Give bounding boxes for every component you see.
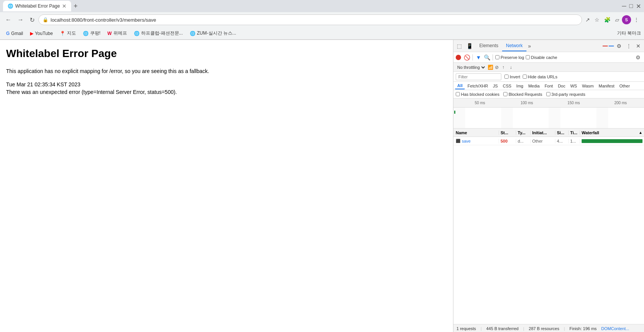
sort-icon[interactable]: ▲ xyxy=(639,130,642,135)
filter-tab-media[interactable]: Media xyxy=(526,83,542,89)
back-button[interactable]: ← xyxy=(3,15,14,25)
coupang-icon: 🌐 xyxy=(83,31,89,36)
devtools-settings-button[interactable]: ⚙ xyxy=(615,42,623,50)
wemakeprice-icon: W xyxy=(107,31,111,36)
filter-tab-doc[interactable]: Doc xyxy=(556,83,568,89)
filter-tab-js[interactable]: JS xyxy=(491,83,500,89)
bookmark-youtube[interactable]: ▶ YouTube xyxy=(27,30,56,37)
row-status: 500 xyxy=(499,139,516,143)
blocked-cookies-checkbox[interactable]: Has blocked cookies xyxy=(456,92,499,97)
bookmark-button[interactable]: ☆ xyxy=(593,15,601,24)
bookmark-maps-label: 지도 xyxy=(67,30,76,37)
header-initiator: Initiat... xyxy=(531,130,555,135)
avatar[interactable]: S xyxy=(622,15,631,24)
preserve-log-input[interactable] xyxy=(495,55,499,59)
record-button[interactable] xyxy=(455,54,462,61)
filter-tab-img[interactable]: Img xyxy=(514,83,525,89)
share-button[interactable]: ↗ xyxy=(584,15,592,24)
error-badge xyxy=(603,46,608,46)
filter-bar: Invert Hide data URLs xyxy=(453,72,644,82)
filter-tab-all[interactable]: All xyxy=(455,83,465,89)
bookmark-gmail[interactable]: G Gmail xyxy=(3,30,26,37)
bookmark-coupang-label: 쿠팡! xyxy=(90,30,100,37)
bookmark-maps[interactable]: 📍 지도 xyxy=(57,29,79,38)
filter-tab-other[interactable]: Other xyxy=(617,83,632,89)
devtools-more-button[interactable]: ⋮ xyxy=(624,42,633,50)
dom-content-link[interactable]: DOMContent... xyxy=(601,326,629,331)
filter-tab-ws[interactable]: WS xyxy=(568,83,579,89)
clear-button[interactable]: 🚫 xyxy=(463,54,470,61)
header-type: Ty... xyxy=(516,130,531,135)
maximize-button[interactable]: □ xyxy=(629,3,633,10)
row-waterfall xyxy=(580,139,644,143)
filter-tab-css[interactable]: CSS xyxy=(501,83,514,89)
throttle-select[interactable]: No throttling Fast 3G Slow 3G Offline xyxy=(456,65,486,70)
bookmark-halfclub[interactable]: 🌐 하프클럽-패션전문... xyxy=(131,29,186,38)
header-name: Name xyxy=(453,130,499,135)
minimize-button[interactable]: ─ xyxy=(622,3,626,10)
table-row[interactable]: ⬛ save 500 d... Other 4... 1... xyxy=(453,137,644,145)
filter-tab-fetch[interactable]: Fetch/XHR xyxy=(465,83,490,89)
filter-button[interactable]: ▼ xyxy=(475,54,482,61)
menu-button[interactable]: ⋮ xyxy=(632,15,641,24)
more-tabs-button[interactable]: » xyxy=(526,41,533,51)
hide-data-urls-checkbox[interactable]: Hide data URLs xyxy=(523,75,558,79)
preserve-log-checkbox[interactable]: Preserve log xyxy=(495,55,524,60)
error-title: Whitelabel Error Page xyxy=(6,48,447,60)
devtools-toolbar: ⬚ 📱 Elements Network » ⚙ ⋮ ✕ xyxy=(453,40,644,52)
header-waterfall: Waterfall ▲ xyxy=(580,130,644,135)
hide-data-urls-input[interactable] xyxy=(523,75,527,79)
error-row-icon: ⬛ xyxy=(456,139,460,143)
export-button[interactable]: ↓ xyxy=(508,64,514,71)
other-bookmarks[interactable]: 기타 북마크 xyxy=(617,30,641,37)
third-party-input[interactable] xyxy=(546,92,550,96)
filter-tab-wasm[interactable]: Wasm xyxy=(580,83,596,89)
security-icon: 🔒 xyxy=(43,17,48,22)
disable-cache-input[interactable] xyxy=(526,55,530,59)
maps-icon: 📍 xyxy=(60,31,65,36)
extensions-button[interactable]: 🧩 xyxy=(602,15,612,24)
filter-tab-font[interactable]: Font xyxy=(542,83,555,89)
close-window-button[interactable]: ✕ xyxy=(636,3,641,10)
import-button[interactable]: ↑ xyxy=(500,64,506,71)
checkbox-row: Has blocked cookies Blocked Requests 3rd… xyxy=(453,90,644,98)
invert-checkbox[interactable]: Invert xyxy=(504,75,520,79)
row-name[interactable]: ⬛ save xyxy=(453,139,499,143)
error-details: There was an unexpected error (type=Inte… xyxy=(6,89,447,95)
third-party-checkbox[interactable]: 3rd-party requests xyxy=(546,92,585,97)
filter-tab-manifest[interactable]: Manifest xyxy=(596,83,617,89)
row-name-text: save xyxy=(462,139,471,143)
new-tab-button[interactable]: + xyxy=(73,2,78,10)
device-toolbar-button[interactable]: 📱 xyxy=(464,42,475,50)
header-status: St... xyxy=(499,130,516,135)
settings-small-button[interactable]: ⚙ xyxy=(634,53,642,62)
sidebar-button[interactable]: ▱ xyxy=(613,15,621,24)
search-button[interactable]: 🔍 xyxy=(483,54,490,61)
disable-cache-checkbox[interactable]: Disable cache xyxy=(526,55,557,60)
url-bar[interactable]: 🔒 localhost:8080/front-controller/v3/mem… xyxy=(38,14,582,25)
filter-input[interactable] xyxy=(456,73,501,80)
forward-button[interactable]: → xyxy=(15,15,26,25)
blocked-cookies-input[interactable] xyxy=(456,92,460,96)
tab-network[interactable]: Network xyxy=(502,41,526,51)
invert-input[interactable] xyxy=(504,75,509,79)
toolbar-divider-2 xyxy=(493,54,493,60)
reload-button[interactable]: ↻ xyxy=(27,15,37,25)
blocked-requests-input[interactable] xyxy=(503,92,507,96)
tab-elements[interactable]: Elements xyxy=(475,41,502,51)
devtools-close-button[interactable]: ✕ xyxy=(634,42,642,50)
bookmark-wemakeprice[interactable]: W 위메프 xyxy=(104,29,130,38)
inspect-element-button[interactable]: ⬚ xyxy=(455,42,464,50)
tab-close-button[interactable]: ✕ xyxy=(62,3,67,9)
browser-tab[interactable]: 🌐 Whitelabel Error Page ✕ xyxy=(3,1,71,11)
blocked-requests-checkbox[interactable]: Blocked Requests xyxy=(503,92,542,97)
table-header: Name St... Ty... Initiat... Si... Ti... … xyxy=(453,129,644,137)
blocked-cookies-label: Has blocked cookies xyxy=(461,92,499,97)
bookmark-coupang[interactable]: 🌐 쿠팡! xyxy=(80,29,103,38)
third-party-label: 3rd-party requests xyxy=(552,92,585,97)
bookmark-youtube-label: YouTube xyxy=(35,31,53,36)
record-circle-icon xyxy=(456,55,461,60)
bookmark-zum[interactable]: 🌐 ZUM-실시간 뉴스... xyxy=(187,29,239,38)
devtools-status-bar: 1 requests | 445 B transferred | 287 B r… xyxy=(453,324,644,332)
error-description: This application has no explicit mapping… xyxy=(6,67,447,75)
